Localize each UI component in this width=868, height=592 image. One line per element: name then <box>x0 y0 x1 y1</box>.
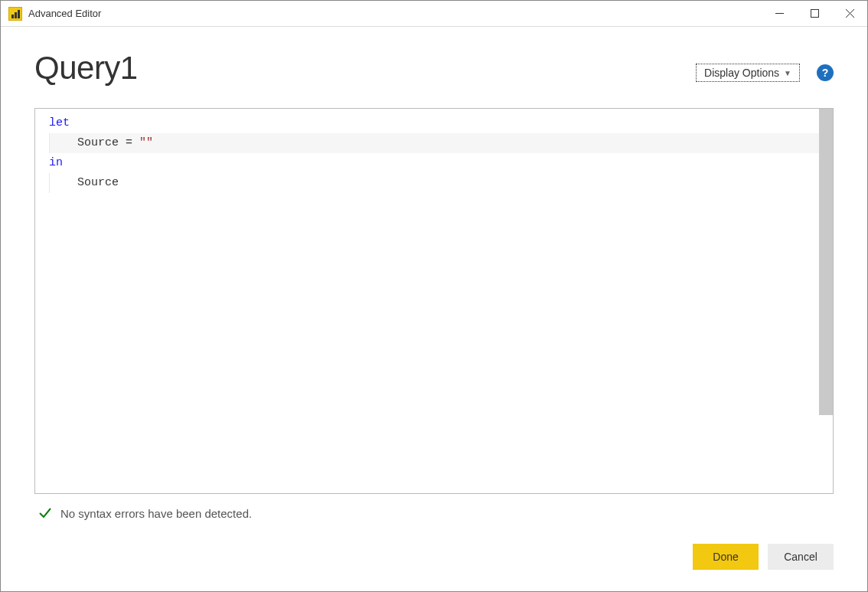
check-icon <box>38 505 53 522</box>
maximize-button[interactable] <box>797 1 832 26</box>
editor-frame: let Source = ""in Source <box>34 108 834 494</box>
code-text: Source = <box>50 136 139 149</box>
cancel-button[interactable]: Cancel <box>768 544 834 570</box>
header-row: Query1 Display Options ▼ ? <box>34 50 834 87</box>
button-row: Done Cancel <box>34 544 834 570</box>
svg-rect-1 <box>811 10 818 18</box>
window-title: Advanced Editor <box>28 8 762 19</box>
code-editor[interactable]: let Source = ""in Source <box>35 109 833 493</box>
vertical-scrollbar[interactable] <box>819 109 833 415</box>
done-button[interactable]: Done <box>693 544 759 570</box>
close-button[interactable] <box>832 1 867 26</box>
query-title: Query1 <box>34 50 138 87</box>
display-options-dropdown[interactable]: Display Options ▼ <box>696 64 800 82</box>
minimize-button[interactable] <box>762 1 797 26</box>
window-controls <box>762 1 867 26</box>
status-message: No syntax errors have been detected. <box>60 507 252 520</box>
header-right: Display Options ▼ ? <box>696 64 834 87</box>
titlebar: Advanced Editor <box>1 1 867 27</box>
display-options-label: Display Options <box>704 67 779 79</box>
help-icon[interactable]: ? <box>817 64 834 81</box>
code-text: Source <box>50 176 119 189</box>
chevron-down-icon: ▼ <box>784 69 791 77</box>
status-row: No syntax errors have been detected. <box>34 494 834 522</box>
code-keyword: let <box>49 116 70 129</box>
code-keyword: in <box>49 156 63 169</box>
code-string: "" <box>139 136 153 149</box>
content-area: Query1 Display Options ▼ ? let Source = … <box>1 27 867 591</box>
app-icon <box>8 7 22 21</box>
